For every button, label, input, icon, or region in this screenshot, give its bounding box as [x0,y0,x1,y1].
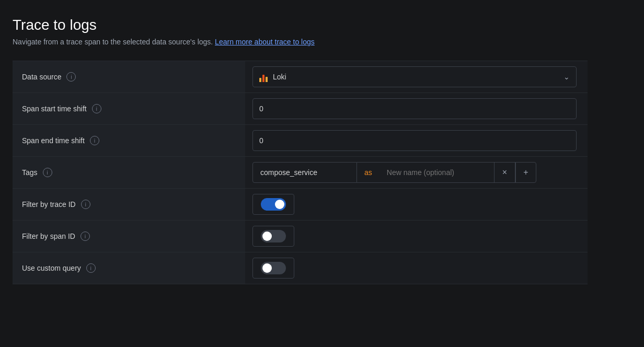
span-start-label: Span start time shift [22,105,87,113]
page-subtitle: Navigate from a trace span to the select… [13,38,631,46]
chevron-down-icon: ⌄ [564,73,570,81]
filter-trace-thumb [275,200,284,209]
custom-query-toggle-wrapper [252,258,580,279]
tag-add-button[interactable]: + [515,162,536,183]
tags-label: Tags [22,168,38,177]
span-end-input[interactable] [252,130,577,151]
filter-span-info-icon[interactable]: i [80,232,90,241]
row-span-end: Span end time shift i [13,125,588,157]
span-start-input[interactable] [252,98,577,119]
tag-remove-button[interactable]: × [494,162,515,183]
row-filter-span: Filter by span ID i [13,221,588,252]
row-custom-query: Use custom query i [13,252,588,284]
filter-span-track [261,230,286,242]
data-source-dropdown[interactable]: Loki ⌄ [252,66,577,87]
tag-value-input[interactable] [252,162,357,183]
row-data-source: Data source i Loki ⌄ [13,61,588,93]
custom-query-thumb [262,263,272,273]
custom-query-info-icon[interactable]: i [86,263,96,273]
tag-new-name-input[interactable] [380,162,494,183]
data-source-label: Data source [22,73,61,81]
filter-trace-toggle[interactable] [252,194,294,215]
learn-more-link[interactable]: Learn more about trace to logs [215,38,315,46]
row-span-start: Span start time shift i [13,93,588,125]
data-source-value: Loki [273,73,286,81]
filter-trace-info-icon[interactable]: i [81,200,90,209]
span-start-info-icon[interactable]: i [92,104,101,113]
loki-icon [259,72,268,82]
filter-span-thumb [262,232,272,241]
row-tags: Tags i as × + [13,157,588,189]
tags-info-icon[interactable]: i [43,168,52,177]
page-title: Trace to logs [13,17,631,33]
filter-span-label: Filter by span ID [22,232,75,240]
filter-span-toggle-wrapper [252,226,580,247]
custom-query-toggle[interactable] [252,258,294,279]
span-end-label: Span end time shift [22,136,85,145]
filter-span-toggle[interactable] [252,226,294,247]
settings-table: Data source i Loki ⌄ [13,61,588,284]
tags-container: as × + [252,162,580,183]
filter-trace-label: Filter by trace ID [22,200,76,209]
span-end-info-icon[interactable]: i [90,136,99,145]
tag-as-label: as [357,162,380,183]
custom-query-track [261,262,286,274]
custom-query-label: Use custom query [22,264,81,272]
data-source-info-icon[interactable]: i [66,72,76,82]
filter-trace-toggle-wrapper [252,194,580,215]
filter-trace-track [261,198,286,211]
row-filter-trace: Filter by trace ID i [13,189,588,221]
